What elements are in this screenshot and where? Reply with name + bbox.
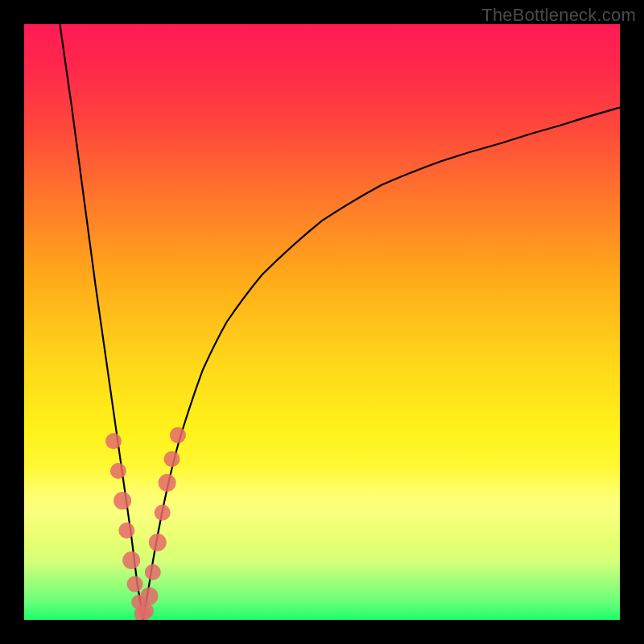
sample-point: [149, 534, 167, 551]
sample-point: [110, 463, 126, 479]
curve-svg: [24, 24, 620, 620]
sample-point: [131, 595, 146, 609]
highlight-band: [24, 465, 620, 549]
sample-point: [122, 551, 140, 569]
plot-area: [24, 24, 620, 620]
sample-point: [127, 576, 143, 592]
bottleneck-curve: [60, 24, 620, 620]
chart-frame: TheBottleneck.com: [0, 0, 644, 644]
sample-point: [164, 451, 180, 467]
sample-point: [118, 522, 134, 539]
sample-point: [145, 564, 161, 580]
sample-point: [134, 606, 151, 620]
sample-point: [140, 587, 158, 605]
sample-point: [105, 433, 122, 449]
sample-point: [170, 427, 186, 444]
sample-point: [155, 505, 171, 521]
sample-point: [114, 492, 131, 510]
sample-points-group: [105, 427, 186, 620]
sample-point: [138, 603, 154, 619]
watermark-text: TheBottleneck.com: [481, 5, 636, 26]
sample-point: [159, 474, 176, 492]
